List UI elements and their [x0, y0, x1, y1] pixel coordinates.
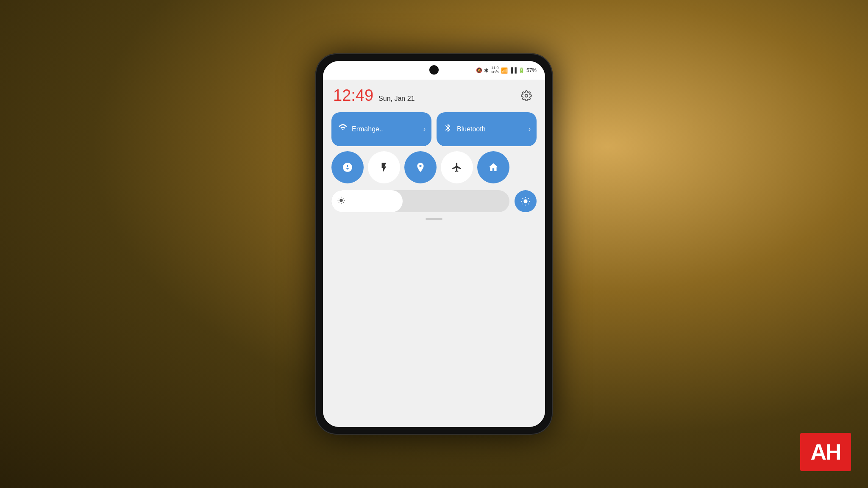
date-display: Sun, Jan 21 — [378, 95, 415, 103]
wifi-status-icon: 📶 — [501, 67, 508, 74]
bluetooth-tile-label: Bluetooth — [457, 125, 486, 133]
ah-logo: AH — [800, 433, 851, 471]
time-date-group: 12:49 Sun, Jan 21 — [333, 86, 415, 105]
brightness-row — [331, 190, 537, 212]
battery-percentage: 57% — [526, 67, 537, 73]
bluetooth-tile-icon — [443, 123, 453, 135]
brightness-slider[interactable] — [331, 190, 509, 212]
settings-button[interactable] — [518, 87, 535, 104]
brightness-fill — [331, 190, 403, 212]
round-tiles-row — [331, 151, 537, 183]
bluetooth-tile-arrow: › — [529, 125, 531, 133]
phone-screen: 🔕 ✱ 11.0KB/S 📶 ▐▐ 🔋 57% 12:49 Sun, Jan 2… — [323, 61, 545, 427]
svg-point-0 — [525, 94, 528, 97]
svg-point-2 — [523, 199, 527, 203]
bluetooth-status-icon: ✱ — [484, 67, 489, 74]
camera-notch — [429, 65, 439, 75]
drag-handle — [426, 218, 442, 220]
flashlight-tile[interactable] — [368, 151, 400, 183]
data-saver-tile[interactable] — [331, 151, 364, 183]
brightness-low-icon — [337, 197, 345, 206]
bluetooth-tile[interactable]: Bluetooth › — [437, 112, 537, 146]
svg-point-1 — [339, 199, 343, 202]
quick-settings-panel: 12:49 Sun, Jan 21 — [323, 80, 545, 427]
status-right: 🔕 ✱ 11.0KB/S 📶 ▐▐ 🔋 57% — [476, 66, 537, 75]
speed-indicator: 11.0KB/S — [490, 66, 499, 75]
wifi-tile-icon — [338, 123, 348, 135]
airplane-mode-tile[interactable] — [441, 151, 473, 183]
wide-tiles-row: Ermahge.. › Bluetooth › — [331, 112, 537, 146]
clock-display: 12:49 — [333, 86, 373, 105]
mute-icon: 🔕 — [476, 67, 482, 73]
wifi-tile-arrow: › — [423, 125, 426, 133]
battery-icon: 🔋 — [518, 67, 525, 73]
location-tile[interactable] — [404, 151, 437, 183]
wifi-tile-label: Ermahge.. — [352, 125, 383, 133]
auto-brightness-button[interactable] — [515, 190, 537, 212]
time-value: 12:49 — [333, 86, 373, 104]
wifi-tile[interactable]: Ermahge.. › — [331, 112, 431, 146]
status-bar: 🔕 ✱ 11.0KB/S 📶 ▐▐ 🔋 57% — [323, 61, 545, 80]
home-control-tile[interactable] — [477, 151, 509, 183]
signal-bars-icon: ▐▐ — [509, 67, 517, 73]
phone-device: 🔕 ✱ 11.0KB/S 📶 ▐▐ 🔋 57% 12:49 Sun, Jan 2… — [315, 53, 553, 435]
time-date-row: 12:49 Sun, Jan 21 — [331, 86, 537, 105]
